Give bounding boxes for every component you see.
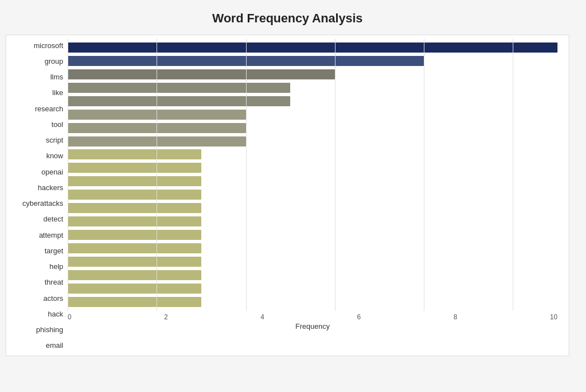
bar-help (68, 230, 201, 240)
y-label-script: script (46, 136, 63, 144)
bar-tool (68, 110, 246, 120)
bar-row-microsoft (68, 41, 557, 54)
bar-threat (68, 243, 201, 253)
x-axis-label: Frequency (68, 322, 557, 330)
y-label-hack: hack (48, 310, 63, 318)
bar-row-email (68, 296, 557, 308)
x-tick: 8 (453, 313, 457, 321)
bar-row-llms (68, 68, 557, 81)
y-label-microsoft: microsoft (34, 42, 63, 49)
bar-target (68, 216, 201, 226)
bar-like (68, 83, 290, 93)
y-label-detect: detect (44, 215, 63, 223)
bar-row-attempt (68, 202, 557, 214)
bar-hack (68, 270, 201, 280)
bar-row-phishing (68, 282, 557, 295)
bar-row-threat (68, 242, 557, 254)
y-label-tool: tool (51, 121, 63, 128)
bar-microsoft (68, 42, 557, 53)
bar-cyberattacks (68, 176, 201, 186)
y-label-llms: llms (50, 73, 63, 81)
bar-row-group (68, 55, 557, 67)
bar-row-actors (68, 256, 557, 268)
bar-llms (68, 69, 335, 79)
bar-row-openai (68, 148, 557, 160)
x-tick: 2 (164, 313, 168, 321)
y-label-email: email (46, 342, 63, 349)
bar-row-like (68, 82, 557, 94)
x-tick: 4 (261, 313, 264, 321)
bar-phishing (68, 284, 201, 294)
bar-row-script (68, 122, 557, 134)
bar-group (68, 56, 424, 66)
chart-container: Word Frequency Analysis microsoftgroupll… (0, 0, 586, 392)
y-label-like: like (52, 89, 63, 96)
y-label-openai: openai (41, 168, 63, 176)
bar-detect (68, 190, 201, 200)
bar-actors (68, 257, 201, 267)
y-label-target: target (45, 247, 63, 254)
bar-attempt (68, 203, 201, 213)
y-label-phishing: phishing (36, 326, 63, 333)
y-label-hackers: hackers (37, 184, 63, 191)
y-axis: microsoftgroupllmslikeresearchtoolscript… (6, 35, 68, 356)
y-label-cyberattacks: cyberattacks (22, 200, 63, 207)
y-label-know: know (46, 152, 63, 159)
bar-openai (68, 149, 201, 159)
bar-row-hack (68, 269, 557, 281)
x-tick: 6 (357, 313, 361, 321)
y-label-threat: threat (45, 278, 63, 286)
bar-row-help (68, 229, 557, 241)
bar-email (68, 297, 201, 307)
y-label-actors: actors (44, 295, 63, 302)
bar-research (68, 96, 290, 106)
bar-row-know (68, 135, 557, 148)
y-label-research: research (35, 105, 63, 112)
y-label-group: group (45, 58, 63, 65)
bar-script (68, 123, 246, 133)
bar-know (68, 136, 246, 147)
bar-row-detect (68, 188, 557, 201)
bar-row-tool (68, 108, 557, 121)
bar-row-cyberattacks (68, 175, 557, 187)
x-tick: 10 (550, 313, 557, 321)
y-label-help: help (49, 263, 63, 270)
x-tick: 0 (68, 313, 72, 321)
bar-hackers (68, 163, 201, 173)
bar-row-research (68, 95, 557, 107)
bar-row-target (68, 215, 557, 228)
y-label-attempt: attempt (39, 232, 63, 239)
chart-title: Word Frequency Analysis (6, 11, 569, 26)
bar-row-hackers (68, 162, 557, 174)
